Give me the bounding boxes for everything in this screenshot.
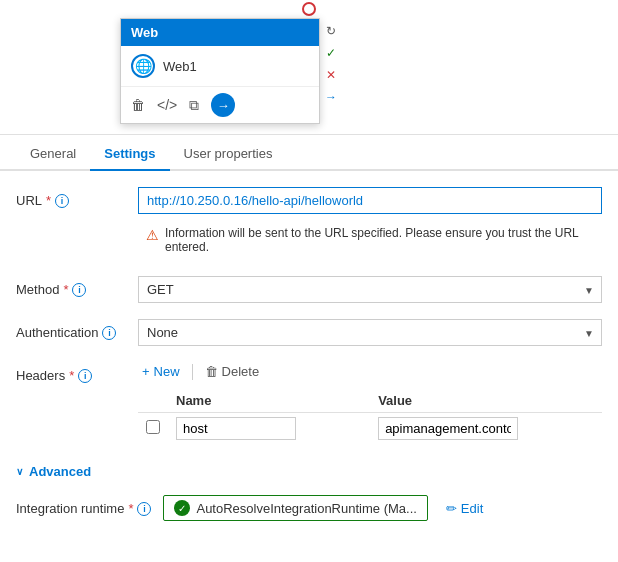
tabs-bar: General Settings User properties [0,138,618,171]
toolbar-divider [192,364,193,380]
value-col-header: Value [370,389,602,413]
advanced-chevron-icon: ∨ [16,466,23,477]
refresh-icon[interactable]: ↻ [322,22,340,40]
table-row [138,413,602,445]
pencil-icon: ✏ [446,501,457,516]
header-value-input[interactable] [378,417,518,440]
url-field: ⚠ Information will be sent to the URL sp… [138,187,602,260]
arrow-button[interactable]: → [211,93,235,117]
delete-header-button[interactable]: 🗑 Delete [201,362,264,381]
row-checkbox-cell [138,413,168,445]
row-checkbox[interactable] [146,420,160,434]
integration-field: ✓ AutoResolveIntegrationRuntime (Ma... ✏… [163,495,602,521]
globe-icon: 🌐 [131,54,155,78]
trash-icon[interactable]: 🗑 [131,97,145,113]
advanced-toggle[interactable]: ∨ Advanced [16,460,602,483]
row-name-cell [168,413,370,445]
edit-button[interactable]: ✏ Edit [446,501,483,516]
name-col-header: Name [168,389,370,413]
horizontal-divider [0,134,618,135]
auth-field: None Basic OAuth ▼ [138,319,602,346]
tab-settings[interactable]: Settings [90,138,169,171]
popup-body: 🌐 Web1 [121,46,319,87]
tab-general[interactable]: General [16,138,90,171]
url-input[interactable] [138,187,602,214]
red-circle-indicator [302,2,316,16]
method-required: * [63,282,68,297]
method-field: GET POST PUT DELETE ▼ [138,276,602,303]
advanced-label: Advanced [29,464,91,479]
integration-required: * [128,501,133,516]
method-label: Method * i [16,276,126,297]
url-info-icon[interactable]: i [55,194,69,208]
integration-label: Integration runtime * i [16,495,151,516]
checkbox-col-header [138,389,168,413]
integration-info-icon[interactable]: i [137,502,151,516]
warning-icon: ⚠ [146,227,159,243]
new-header-button[interactable]: + New [138,362,184,381]
method-row: Method * i GET POST PUT DELETE ▼ [16,276,602,303]
settings-content: URL * i ⚠ Information will be sent to th… [0,171,618,553]
headers-required: * [69,368,74,383]
plus-icon: + [142,364,150,379]
method-info-icon[interactable]: i [72,283,86,297]
headers-row: Headers * i + New 🗑 Delete [16,362,602,444]
popup-card: Web 🌐 Web1 🗑 </> ⧉ → [120,18,320,124]
warning-text: Information will be sent to the URL spec… [165,226,594,254]
headers-table: Name Value [138,389,602,444]
runtime-check-icon: ✓ [174,500,190,516]
url-warning: ⚠ Information will be sent to the URL sp… [138,220,602,260]
headers-label: Headers * i [16,362,126,383]
auth-select[interactable]: None Basic OAuth [138,319,602,346]
headers-info-icon[interactable]: i [78,369,92,383]
copy-icon[interactable]: ⧉ [189,97,199,114]
headers-toolbar: + New 🗑 Delete [138,362,602,381]
cross-icon[interactable]: ✕ [322,66,340,84]
runtime-row: ✓ AutoResolveIntegrationRuntime (Ma... ✏… [163,495,602,521]
check-icon[interactable]: ✓ [322,44,340,62]
header-name-input[interactable] [176,417,296,440]
url-required: * [46,193,51,208]
popup-header: Web [121,19,319,46]
auth-select-wrapper: None Basic OAuth ▼ [138,319,602,346]
side-toolbar: ↻ ✓ ✕ → [322,22,340,106]
auth-label: Authentication i [16,319,126,340]
runtime-badge: ✓ AutoResolveIntegrationRuntime (Ma... [163,495,427,521]
url-label: URL * i [16,187,126,208]
web-title: Web [131,25,158,40]
popup-item-name: Web1 [163,59,197,74]
auth-row: Authentication i None Basic OAuth ▼ [16,319,602,346]
row-value-cell [370,413,602,445]
advanced-section: ∨ Advanced [16,460,602,483]
url-row: URL * i ⚠ Information will be sent to th… [16,187,602,260]
popup-actions: 🗑 </> ⧉ → [121,87,319,123]
delete-trash-icon: 🗑 [205,364,218,379]
integration-runtime-row: Integration runtime * i ✓ AutoResolveInt… [16,495,602,521]
headers-field: + New 🗑 Delete Name Value [138,362,602,444]
table-header-row: Name Value [138,389,602,413]
method-select[interactable]: GET POST PUT DELETE [138,276,602,303]
method-select-wrapper: GET POST PUT DELETE ▼ [138,276,602,303]
tab-user-properties[interactable]: User properties [170,138,287,171]
arrow-icon[interactable]: → [322,88,340,106]
runtime-value: AutoResolveIntegrationRuntime (Ma... [196,501,416,516]
auth-info-icon[interactable]: i [102,326,116,340]
code-icon[interactable]: </> [157,97,177,113]
edit-label: Edit [461,501,483,516]
